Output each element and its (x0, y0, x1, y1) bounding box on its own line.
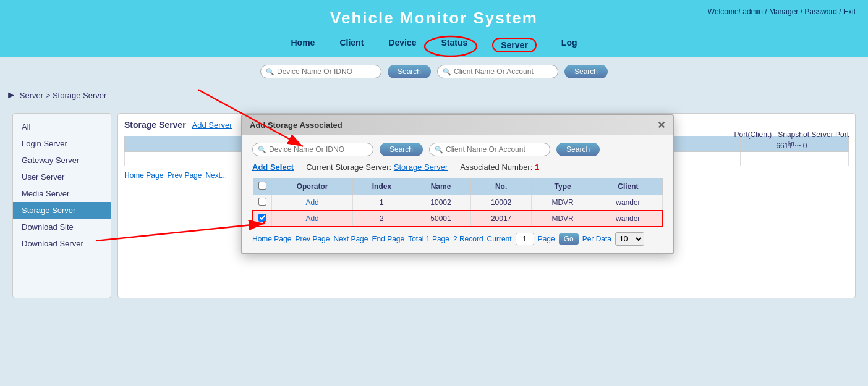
welcome-text: Welcome! admin / Manager / Password / Ex… (708, 7, 856, 16)
nav-log[interactable]: Log (561, 38, 577, 52)
col-operator: Operator (272, 178, 353, 195)
nav-status[interactable]: Status (441, 38, 467, 52)
add-server-button[interactable]: Add Server (192, 120, 232, 130)
nav-device[interactable]: Device (388, 38, 416, 52)
select-all-checkbox[interactable] (258, 182, 266, 190)
sidebar-item-download-site[interactable]: Download Site (13, 219, 111, 235)
col-name: Name (411, 178, 471, 195)
breadcrumb: ► Server > Storage Server (0, 86, 868, 104)
modal-close-button[interactable]: ✕ (657, 119, 665, 131)
modal-device-search-wrap: 🔍 (252, 143, 373, 156)
modal-add-storage: Add Storage Associated ✕ 🔍 Search 🔍 Sear… (241, 114, 674, 254)
sidebar-item-download-server[interactable]: Download Server (13, 235, 111, 252)
device-search-input[interactable] (277, 67, 376, 76)
modal-client-search-btn[interactable]: Search (556, 143, 600, 156)
row-checkbox-1[interactable] (258, 198, 266, 206)
modal-client-input[interactable] (446, 145, 545, 154)
col-index: Index (353, 178, 411, 195)
current-storage-label: Current Storage Server: Storage Server (306, 162, 448, 172)
modal-total: Total 1 Page (408, 235, 449, 243)
modal-device-input[interactable] (269, 145, 368, 154)
modal-title-bar: Add Storage Associated ✕ (242, 115, 673, 135)
modal-go-button[interactable]: Go (559, 233, 579, 245)
modal-client-search-wrap: 🔍 (429, 143, 550, 156)
nav-home[interactable]: Home (291, 38, 315, 52)
modal-per-data-label: Per Data (582, 235, 611, 243)
modal-client-icon: 🔍 (435, 146, 443, 154)
modal-title: Add Storage Associated (250, 120, 343, 130)
modal-next-page[interactable]: Next Page (333, 235, 368, 243)
next-page-link[interactable]: Next... (205, 171, 227, 180)
modal-prev-page[interactable]: Prev Page (295, 235, 330, 243)
row-add-2[interactable]: Add (305, 214, 318, 223)
modal-record: 2 Record (453, 235, 483, 243)
modal-end-page[interactable]: End Page (372, 235, 404, 243)
add-select-label[interactable]: Add Select (252, 162, 294, 172)
modal-device-search-btn[interactable]: Search (380, 143, 423, 156)
table-row: Add 1 10002 10002 MDVR wander (253, 195, 662, 211)
col-check (253, 178, 272, 195)
breadcrumb-text: Server > Storage Server (20, 91, 107, 100)
modal-body: 🔍 Search 🔍 Search Add Select Current Sto… (242, 135, 673, 253)
sidebar-item-gateway[interactable]: Gateway Server (13, 152, 111, 169)
modal-page-label: Page (538, 235, 555, 243)
snapshot-label: Snapshot Server Port (778, 130, 849, 139)
port-label: Port(Client) (734, 130, 772, 139)
breadcrumb-icon: ► (6, 90, 16, 101)
sidebar-item-login[interactable]: Login Server (13, 135, 111, 152)
client-search-button[interactable]: Search (564, 65, 608, 78)
nav-server[interactable]: Server (492, 38, 537, 52)
modal-home-page[interactable]: Home Page (252, 235, 291, 243)
modal-page-input[interactable] (516, 233, 534, 245)
modal-search-row: 🔍 Search 🔍 Search (252, 143, 663, 156)
sidebar-item-user[interactable]: User Server (13, 169, 111, 185)
modal-device-icon: 🔍 (258, 146, 266, 154)
col-client: Client (594, 178, 662, 195)
main-nav: Home Client Device Status Server Log (0, 33, 868, 57)
snapshot-value: 0 (803, 141, 807, 150)
app-header: Vehicle Monitor System Welcome! admin / … (0, 0, 868, 33)
modal-current-label: Current (487, 235, 512, 243)
col-type: Type (531, 178, 594, 195)
sidebar: All Login Server Gateway Server User Ser… (12, 113, 111, 298)
section-label: Storage Server (124, 120, 186, 130)
client-search-input[interactable] (454, 67, 553, 76)
sidebar-item-media[interactable]: Media Server (13, 185, 111, 202)
search-bar: 🔍 Search 🔍 Search (0, 57, 868, 86)
table-row-selected: Add 2 50001 20017 MDVR wander (253, 211, 662, 227)
client-search-wrap: 🔍 (437, 65, 558, 78)
home-page-link[interactable]: Home Page (124, 171, 163, 180)
device-search-button[interactable]: Search (388, 65, 431, 78)
modal-table: Operator Index Name No. Type Client Add … (252, 178, 663, 227)
modal-pagination: Home Page Prev Page Next Page End Page T… (252, 232, 663, 246)
row-checkbox-2[interactable] (258, 214, 266, 222)
modal-info-row: Add Select Current Storage Server: Stora… (252, 162, 663, 172)
row-add-1[interactable]: Add (305, 198, 318, 207)
prev-page-link[interactable]: Prev Page (167, 171, 202, 180)
storage-server-link[interactable]: Storage Server (394, 162, 448, 172)
col-no: No. (471, 178, 532, 195)
assoc-number-label: Associated Number: 1 (460, 162, 539, 172)
modal-per-data-select[interactable]: 10 20 50 100 (615, 232, 644, 246)
assoc-number-value: 1 (535, 162, 539, 172)
device-search-wrap: 🔍 (260, 65, 381, 78)
nav-client[interactable]: Client (339, 38, 364, 52)
device-search-icon: 🔍 (266, 68, 274, 76)
sidebar-item-all[interactable]: All (13, 119, 111, 135)
sidebar-item-storage[interactable]: Storage Server (13, 202, 111, 219)
client-search-icon: 🔍 (443, 68, 451, 76)
